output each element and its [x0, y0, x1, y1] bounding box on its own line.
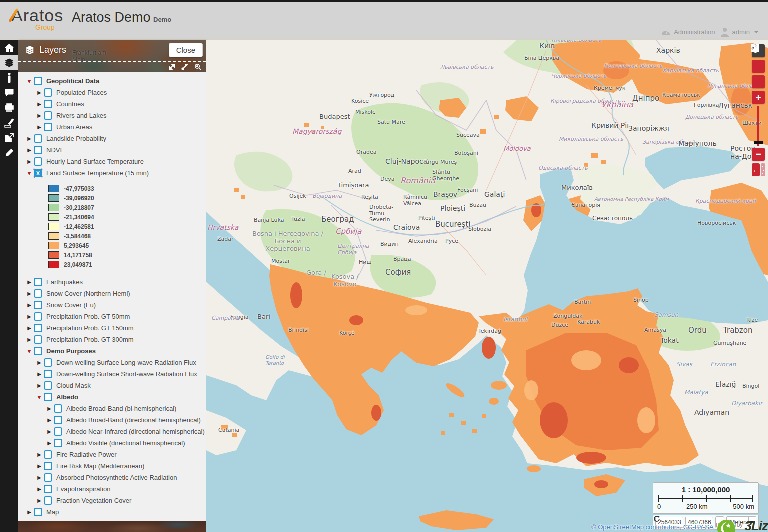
layer-label[interactable]: Snow Cover (Northern Hemi)	[46, 290, 130, 298]
layer-checkbox[interactable]	[44, 112, 52, 120]
layer-label[interactable]: Fire Radiative Power	[56, 451, 117, 458]
expand-arrow-icon[interactable]: ▶	[26, 326, 32, 331]
layer-label[interactable]: Precipitation Prob. GT 300mm	[46, 336, 134, 344]
layer-item[interactable]: ▼XLand Surface Temperature (15 min)	[18, 168, 206, 179]
layer-checkbox[interactable]	[34, 508, 42, 516]
layer-label[interactable]: Down-welling Surface Short-wave Radiatio…	[56, 370, 197, 378]
zoom-slider-track[interactable]	[757, 106, 759, 146]
layer-checkbox[interactable]	[44, 462, 52, 470]
layer-checkbox[interactable]	[44, 382, 52, 390]
layer-label[interactable]: Demo Purposes	[46, 348, 96, 355]
layer-item[interactable]: ▶Albedo Visible (directional hemispheric…	[18, 438, 206, 449]
layer-item[interactable]: ▶Rivers and Lakes	[18, 110, 206, 122]
layers-button[interactable]	[0, 56, 18, 70]
layer-checkbox[interactable]	[34, 347, 42, 356]
layer-checkbox[interactable]	[54, 416, 62, 424]
layer-checkbox[interactable]	[54, 439, 62, 448]
layer-item[interactable]: ▶Populated Places	[18, 87, 206, 98]
layer-label[interactable]: Down-welling Surface Long-wave Radiation…	[56, 359, 196, 366]
user-menu[interactable]: admin	[720, 27, 759, 37]
layer-label[interactable]: Earthquakes	[46, 278, 83, 286]
expand-arrow-icon[interactable]: ▶	[36, 124, 42, 130]
expand-arrow-icon[interactable]: ▶	[46, 429, 52, 434]
layer-item[interactable]: ▶Down-welling Surface Short-wave Radiati…	[18, 368, 206, 380]
print-button[interactable]	[0, 100, 18, 116]
layer-label[interactable]: Populated Places	[56, 89, 107, 96]
home-button[interactable]	[0, 40, 18, 56]
expand-arrow-icon[interactable]: ▶	[36, 475, 42, 480]
layer-checkbox[interactable]	[34, 301, 42, 310]
expand-arrow-icon[interactable]: ▶	[46, 440, 52, 446]
expand-arrow-icon[interactable]: ▶	[36, 464, 42, 469]
layer-label[interactable]: Fraction Vegetation Cover	[56, 497, 131, 504]
layer-label[interactable]: Rivers and Lakes	[56, 112, 106, 120]
layer-label[interactable]: Map	[46, 508, 59, 516]
layer-item[interactable]: ▶Map	[18, 506, 206, 518]
collapse-arrow-icon[interactable]: ▼	[26, 78, 32, 84]
zoom-box-button[interactable]	[752, 60, 765, 73]
layer-item[interactable]: ▶Precipitation Prob. GT 50mm	[18, 311, 206, 322]
layer-label[interactable]: Geopolitical Data	[46, 78, 99, 85]
layer-label[interactable]: Albedo Broad-Band (bi-hemispherical)	[66, 405, 176, 412]
collapse-arrow-icon[interactable]: ▼	[26, 348, 32, 354]
zoom-overview-icon[interactable]	[194, 64, 201, 70]
layer-label[interactable]: Fire Risk Map (Mediterranean)	[56, 462, 144, 470]
layer-item[interactable]: ▶Absorbed Photosynthetic Active Radiatio…	[18, 472, 206, 484]
layer-label[interactable]: Cloud Mask	[56, 382, 91, 390]
expand-arrow-icon[interactable]: ▶	[26, 148, 32, 153]
zoom-out-button[interactable]: −	[752, 148, 765, 161]
layer-item[interactable]: ▶Snow Cover (Eu)	[18, 300, 206, 311]
expand-arrow-icon[interactable]: ▶	[36, 498, 42, 504]
expand-arrow-icon[interactable]: ▶	[36, 360, 42, 366]
layer-checkbox[interactable]	[34, 134, 42, 143]
username[interactable]: admin	[732, 28, 750, 36]
zoom-in-button[interactable]: +	[752, 91, 765, 104]
layer-label[interactable]: Albedo	[56, 394, 78, 401]
layer-checkbox[interactable]	[44, 100, 52, 108]
layer-item[interactable]: ▶Precipitation Prob. GT 150mm	[18, 322, 206, 334]
layer-item[interactable]: ▶NDVI	[18, 144, 206, 156]
nav-back-button[interactable]: ←	[752, 164, 760, 176]
nav-forward-button-disabled[interactable]	[761, 164, 765, 176]
info-button[interactable]	[0, 70, 18, 86]
layer-checkbox[interactable]	[44, 393, 52, 402]
layer-checkbox[interactable]	[34, 158, 42, 166]
expand-arrow-icon[interactable]: ▶	[26, 159, 32, 164]
expand-arrow-icon[interactable]: ▶	[36, 90, 42, 96]
layer-item[interactable]: ▶Fire Risk Map (Mediterranean)	[18, 460, 206, 472]
comment-button[interactable]	[0, 86, 18, 100]
expand-arrow-icon[interactable]: ▶	[26, 337, 32, 342]
layer-label[interactable]: Countries	[56, 100, 84, 108]
layer-label[interactable]: Precipitation Prob. GT 150mm	[46, 324, 134, 332]
collapse-arrow-icon[interactable]: ▼	[36, 394, 42, 400]
layer-item[interactable]: ▶Albedo Broad-Band (directional hemisphe…	[18, 414, 206, 426]
expand-arrow-icon[interactable]: ▶	[26, 302, 32, 308]
layer-checkbox[interactable]	[34, 290, 42, 298]
collapse-arrow-icon[interactable]: ▼	[26, 170, 32, 176]
share-button[interactable]	[0, 130, 18, 146]
layer-label[interactable]: Albedo Visible (directional hemispherica…	[66, 440, 185, 447]
layer-item[interactable]: ▶Precipitation Prob. GT 300mm	[18, 334, 206, 346]
layer-item[interactable]: ▶Urban Areas	[18, 122, 206, 133]
expand-arrow-icon[interactable]: ▶	[26, 136, 32, 142]
layer-checkbox[interactable]	[44, 370, 52, 378]
layer-checkbox[interactable]: X	[34, 169, 42, 178]
layer-item[interactable]: ▼Albedo	[18, 392, 206, 403]
expand-arrow-icon[interactable]: ▶	[26, 314, 32, 320]
layer-item[interactable]: ▼Demo Purposes	[18, 346, 206, 357]
layer-checkbox[interactable]	[34, 324, 42, 332]
layer-checkbox[interactable]	[34, 146, 42, 154]
expand-arrow-icon[interactable]: ▶	[46, 418, 52, 423]
layer-item[interactable]: ▶Down-welling Surface Long-wave Radiatio…	[18, 357, 206, 368]
map-attribution[interactable]: © OpenStreetMap contributors, CC-BY-SA	[591, 524, 714, 531]
collapse-panel-icon[interactable]	[181, 64, 188, 70]
layer-label[interactable]: Albedo Near-Infrared (directional hemisp…	[66, 428, 205, 436]
layer-item[interactable]: ▶Cloud Mask	[18, 380, 206, 392]
layer-checkbox[interactable]	[44, 485, 52, 494]
layer-item[interactable]: ▶Hourly Land Surface Temperature	[18, 156, 206, 168]
expand-arrow-icon[interactable]: ▶	[26, 280, 32, 285]
layer-label[interactable]: Hourly Land Surface Temperature	[46, 158, 144, 166]
close-button[interactable]: Close	[169, 43, 203, 58]
layer-checkbox[interactable]	[44, 358, 52, 367]
expand-arrow-icon[interactable]: ▶	[26, 291, 32, 296]
